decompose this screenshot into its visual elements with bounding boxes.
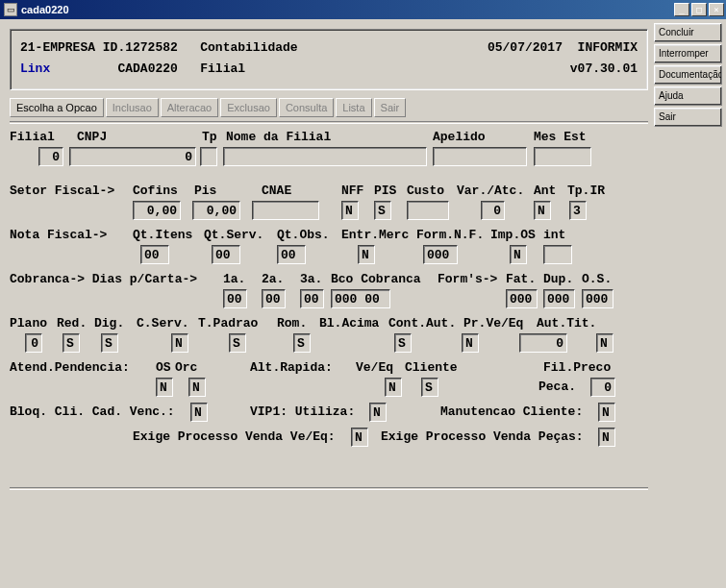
lbl-os: O.S. [582,272,612,286]
fld-tpadrao[interactable]: N [171,333,188,353]
fld-2a[interactable]: 00 [262,289,286,308]
lbl-bco: Bco Cobranca [331,272,421,286]
fld-mesest[interactable] [534,147,591,166]
fld-filpreco-peca[interactable]: 0 [590,378,615,397]
fld-exige2[interactable]: N [598,428,615,447]
fld-nff[interactable]: N [341,201,359,220]
fld-cnae[interactable] [252,201,319,220]
lbl-nome: Nome da Filial [226,130,331,144]
menu-sair[interactable]: Sair [374,98,407,117]
fld-cnpj[interactable]: 0 [69,147,196,166]
menu-escolha[interactable]: Escolha a Opcao [10,98,104,117]
btn-ajuda[interactable]: Ajuda [654,86,722,106]
lbl-altrapida: Alt.Rapida: [250,360,333,375]
lbl-nff: NFF [341,184,363,198]
header-modulo: Contabilidade [200,37,297,59]
lbl-exige1: Exige Processo Venda Ve/Eq: [133,429,336,444]
fld-contaut[interactable]: S [394,333,412,353]
fld-int[interactable] [543,245,572,264]
lbl-exige2: Exige Processo Venda Peças: [381,429,584,444]
fld-exige1[interactable]: N [351,428,368,447]
fld-rom[interactable]: S [229,333,246,353]
fld-custo[interactable] [407,201,449,220]
header-vendor: Linx [20,59,50,80]
lbl-1a: 1a. [223,272,245,286]
lbl-qtitens: Qt.Itens [133,228,192,242]
fld-pis[interactable]: 0,00 [192,201,240,220]
menu-consulta[interactable]: Consulta [279,98,334,117]
lbl-dup: Dup. [543,272,573,286]
fld-auttit-val[interactable]: 0 [519,333,567,353]
fld-3a[interactable]: 00 [300,289,324,308]
fld-qtobs[interactable]: 00 [277,245,306,264]
lbl-cofins: Cofins [133,184,178,198]
lbl-manut: Manutencao Cliente: [440,404,583,419]
menu-inclusao[interactable]: Inclusao [106,98,159,117]
lbl-vip1: VIP1: Utiliza: [250,404,355,419]
lbl-plano: Plano [10,316,47,331]
btn-concluir[interactable]: Concluir [654,23,722,42]
lbl-impos: Imp.OS [490,228,536,242]
lbl-contaut: Cont.Aut. [388,316,456,331]
btn-sair[interactable]: Sair [654,108,722,127]
lbl-cobranca: Cobranca-> Dias p/Carta-> [10,272,197,286]
fld-atend-orc[interactable]: N [188,378,206,397]
fld-piscol[interactable]: S [374,201,391,220]
fld-cofins[interactable]: 0,00 [133,201,181,220]
lbl-formnf: Form.N.F. [416,228,484,242]
close-button[interactable]: × [709,3,724,16]
fld-cserv[interactable]: S [101,333,118,353]
lbl-auttit: Aut.Tit. [537,316,596,331]
fld-alt-veeq[interactable]: N [385,378,402,397]
fld-plano[interactable]: 0 [25,333,42,353]
lbl-atend: Atend.Pendencia: [10,360,130,375]
btn-interromper[interactable]: Interromper [654,44,722,63]
fld-tpir[interactable]: 3 [569,201,587,220]
btn-documentacao[interactable]: Documentação [654,65,722,85]
fld-apelido[interactable] [433,147,527,166]
fld-filial[interactable]: 0 [38,147,63,166]
maximize-button[interactable]: □ [691,3,707,16]
lbl-os6: OS [156,360,171,375]
lbl-cserv: C.Serv. [137,316,189,331]
header-versao: v07.30.01 [570,59,638,80]
fld-blacima[interactable]: S [293,333,311,353]
lbl-blacima: Bl.Acima [319,316,379,331]
fld-1a[interactable]: 00 [223,289,247,308]
lbl-2a: 2a. [262,272,284,286]
fld-bco[interactable]: 000 00 [331,289,390,308]
fld-oscol[interactable]: 000 [582,289,613,308]
fld-auttit-flag[interactable]: N [596,333,613,353]
fld-alt-cliente[interactable]: S [421,378,438,397]
fld-nome[interactable] [223,147,427,166]
lbl-nota: Nota Fiscal-> [10,228,107,242]
fld-tp[interactable] [200,147,217,166]
lbl-3a: 3a. [300,272,322,286]
lbl-rom: Rom. [277,316,307,331]
lbl-ant: Ant [534,184,556,198]
fld-formnf[interactable]: 000 [423,245,458,264]
fld-varatc[interactable]: 0 [481,201,505,220]
fld-entrmerc[interactable]: N [358,245,375,264]
fld-impos[interactable]: N [510,245,527,264]
fld-ant[interactable]: N [534,201,551,220]
fld-reddig[interactable]: S [63,333,80,353]
menu-alteracao[interactable]: Alteracao [161,98,218,117]
header-filial-label: Filial [200,59,245,80]
fld-bloq[interactable]: N [190,403,208,422]
fld-prveeq[interactable]: N [462,333,479,353]
minimize-button[interactable]: _ [674,3,689,16]
lbl-filial: Filial [10,130,55,144]
lbl-bloq: Bloq. Cli. Cad. Venc.: [10,404,175,419]
fld-fat[interactable]: 000 [506,289,538,308]
fld-vip1[interactable]: N [369,403,387,422]
menu-exclusao[interactable]: Exclusao [220,98,277,117]
lbl-cliente: Cliente [405,360,458,375]
fld-dup[interactable]: 000 [543,289,575,308]
menu-lista[interactable]: Lista [336,98,371,117]
lbl-peca: Peca. [538,380,576,394]
fld-qtitens[interactable]: 00 [140,245,169,264]
fld-manut[interactable]: N [598,403,615,422]
fld-atend-os[interactable]: N [156,378,173,397]
fld-qtserv[interactable]: 00 [212,245,240,264]
